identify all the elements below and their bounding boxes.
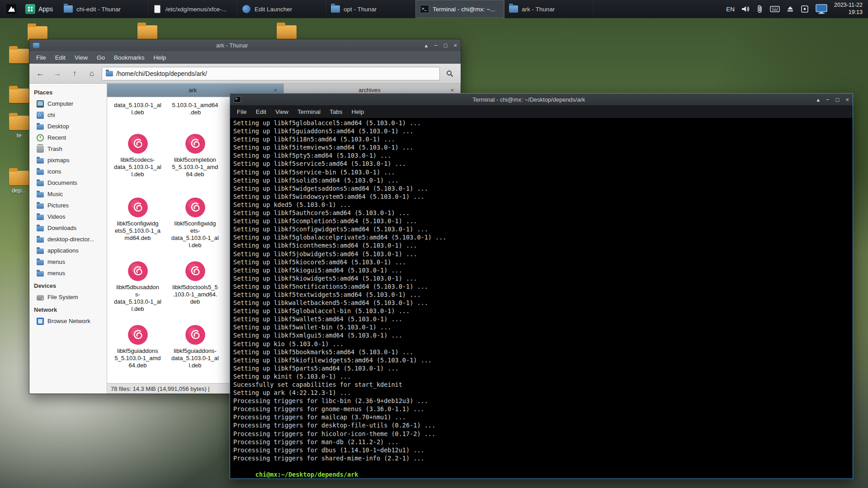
keyboard-layout-indicator[interactable]: EN bbox=[726, 6, 735, 13]
sidebar-item[interactable]: Videos bbox=[29, 211, 107, 222]
file-item[interactable]: 5.103.0-1_amd64 .deb bbox=[166, 101, 224, 132]
sidebar-item[interactable]: Music bbox=[29, 188, 107, 200]
taskbar-window-icon bbox=[242, 5, 250, 13]
search-button[interactable] bbox=[443, 67, 457, 80]
sidebar-item[interactable]: pixmaps bbox=[29, 155, 107, 166]
sidebar-item[interactable]: applications bbox=[29, 245, 107, 256]
file-item[interactable]: libkf5configwidg ets5_5.103.0-1_a md64.d… bbox=[109, 196, 166, 260]
eject-icon[interactable] bbox=[786, 5, 794, 13]
sidebar-item[interactable]: Recent bbox=[29, 132, 107, 143]
sidebar-item[interactable]: File System bbox=[29, 291, 107, 303]
folder-icon bbox=[9, 89, 29, 103]
clipboard-paperclip-icon[interactable] bbox=[756, 5, 764, 14]
sidebar-item[interactable]: menus bbox=[29, 256, 107, 267]
desktop-folder-icon[interactable] bbox=[137, 25, 157, 40]
file-item[interactable]: libkf5configwidg ets- data_5.103.0-1_al … bbox=[166, 196, 224, 260]
maximize-button[interactable]: □ bbox=[836, 96, 840, 103]
desktop-icon[interactable]: dep... bbox=[6, 171, 32, 194]
sidebar-item[interactable]: Desktop bbox=[29, 121, 107, 132]
volume-icon[interactable] bbox=[741, 5, 750, 13]
terminal-line: Setting up kinit (5.103.0-1) ... bbox=[233, 372, 849, 380]
taskbar-window-button[interactable]: Terminal - chi@mx: ~... bbox=[415, 0, 505, 18]
file-name: 5.103.0-1_amd64 .deb bbox=[172, 102, 218, 116]
taskbar-window-button[interactable]: Edit Launcher bbox=[237, 0, 326, 18]
menu-item[interactable]: Tabs bbox=[326, 107, 347, 117]
menu-item[interactable]: Bookmarks bbox=[110, 52, 149, 63]
taskbar-window-button[interactable]: chi-edit - Thunar bbox=[59, 0, 148, 18]
menu-item[interactable]: Terminal bbox=[293, 107, 325, 117]
path-bar[interactable] bbox=[102, 67, 440, 80]
terminal-line: Setting up libkwalletbackend5-5:amd64 (5… bbox=[233, 299, 849, 307]
forward-button[interactable]: → bbox=[50, 67, 65, 80]
menu-item[interactable]: Edit bbox=[51, 52, 70, 63]
terminal-output[interactable]: Setting up libkf5globalaccel5:amd64 (5.1… bbox=[230, 118, 853, 479]
file-item[interactable]: libkf5doctools5_5 .103.0-1_amd64. deb bbox=[166, 260, 224, 324]
minimize-button[interactable]: − bbox=[826, 96, 830, 103]
close-button[interactable]: × bbox=[845, 96, 849, 103]
taskbar-window-icon bbox=[154, 5, 160, 13]
file-item[interactable]: libkf5dbusaddon s- data_5.103.0-1_al l.d… bbox=[109, 260, 166, 324]
sidebar-item-label: Downloads bbox=[47, 225, 76, 231]
shade-button[interactable]: ▴ bbox=[816, 96, 820, 103]
home-button[interactable]: ⌂ bbox=[85, 67, 99, 80]
tab-close-icon[interactable]: × bbox=[273, 87, 278, 94]
back-button[interactable]: ← bbox=[33, 67, 47, 80]
sidebar-item[interactable]: Documents bbox=[29, 177, 107, 188]
keyboard-icon[interactable] bbox=[770, 5, 780, 13]
taskbar-window-button[interactable]: ark - Thunar bbox=[505, 0, 594, 18]
menu-item[interactable]: File bbox=[233, 107, 251, 117]
close-button[interactable]: × bbox=[453, 42, 457, 49]
apps-button[interactable]: Apps bbox=[22, 2, 57, 16]
sidebar-item[interactable]: Browse Network bbox=[29, 315, 107, 327]
file-name: libkf5doctools5_5 .103.0-1_amd64. deb bbox=[172, 284, 217, 305]
sidebar-item[interactable]: Trash bbox=[29, 143, 107, 155]
clock[interactable]: 2023-11-22 19:13 bbox=[834, 2, 863, 16]
menu-item[interactable]: File bbox=[32, 52, 50, 63]
tab-close-icon[interactable]: × bbox=[449, 87, 455, 94]
maximize-button[interactable]: □ bbox=[444, 42, 448, 49]
file-item[interactable]: libkf5guiaddons- data_5.103.0-1_al l.deb bbox=[166, 324, 224, 383]
sidebar-item[interactable]: icons bbox=[29, 166, 107, 177]
menu-item[interactable]: Edit bbox=[252, 107, 270, 117]
menu-item[interactable]: View bbox=[271, 107, 292, 117]
desktop-icon[interactable]: te bbox=[6, 116, 32, 139]
terminal-line: Setting up libkf5service5:amd64 (5.103.0… bbox=[233, 160, 849, 168]
sidebar-item[interactable]: desktop-director... bbox=[29, 234, 107, 245]
menu-item[interactable]: Go bbox=[93, 52, 109, 63]
sidebar-item[interactable]: chi bbox=[29, 109, 107, 121]
sidebar-item[interactable]: menus bbox=[29, 267, 107, 279]
path-input[interactable] bbox=[116, 70, 436, 77]
updater-icon[interactable] bbox=[801, 5, 809, 13]
display-icon[interactable] bbox=[815, 4, 828, 14]
terminal-titlebar[interactable]: Terminal - chi@mx: ~/Desktop/depends/ark… bbox=[230, 94, 853, 105]
sidebar-item[interactable]: Downloads bbox=[29, 222, 107, 234]
file-item[interactable]: libkf5codecs- data_5.103.0-1_al l.deb bbox=[109, 132, 166, 196]
sidebar-item[interactable]: Pictures bbox=[29, 200, 107, 211]
terminal-window: Terminal - chi@mx: ~/Desktop/depends/ark… bbox=[230, 93, 853, 479]
menu-item[interactable]: Help bbox=[348, 107, 368, 117]
desktop-icon-label: dep... bbox=[12, 187, 27, 194]
desktop-icon-label: te bbox=[17, 132, 22, 139]
file-item[interactable]: data_5.103.0-1_al l.deb bbox=[109, 101, 166, 132]
shade-button[interactable]: ▴ bbox=[425, 42, 428, 49]
taskbar-window-label: opt - Thunar bbox=[344, 6, 377, 13]
file-item[interactable]: libkf5completion 5_5.103.0-1_amd 64.deb bbox=[166, 132, 224, 196]
taskbar-window-button[interactable]: /etc/xdg/menus/xfce-... bbox=[148, 0, 237, 18]
terminal-line: Processing triggers for mailcap (3.70+nm… bbox=[233, 413, 849, 421]
path-folder-icon bbox=[106, 71, 113, 76]
file-item[interactable]: libkf5guiaddons 5_5.103.0-1_amd 64.deb bbox=[109, 324, 166, 383]
mx-menu-button[interactable] bbox=[4, 2, 19, 16]
thunar-titlebar[interactable]: ark - Thunar ▴ − □ × bbox=[29, 39, 461, 51]
desktop-folder-icon[interactable] bbox=[277, 25, 297, 40]
desktop-icon[interactable] bbox=[6, 49, 32, 65]
sidebar-item[interactable]: Computer bbox=[29, 98, 107, 109]
file-name: libkf5configwidg ets- data_5.103.0-1_al … bbox=[171, 220, 219, 249]
up-button[interactable]: ↑ bbox=[67, 67, 82, 80]
taskbar-window-button[interactable]: opt - Thunar bbox=[326, 0, 415, 18]
deb-package-icon bbox=[184, 260, 207, 282]
menu-item[interactable]: View bbox=[71, 52, 92, 63]
desktop-icon[interactable] bbox=[6, 89, 32, 105]
taskbar-window-label: Edit Launcher bbox=[255, 6, 292, 13]
minimize-button[interactable]: − bbox=[434, 42, 438, 49]
menu-item[interactable]: Help bbox=[150, 52, 170, 63]
